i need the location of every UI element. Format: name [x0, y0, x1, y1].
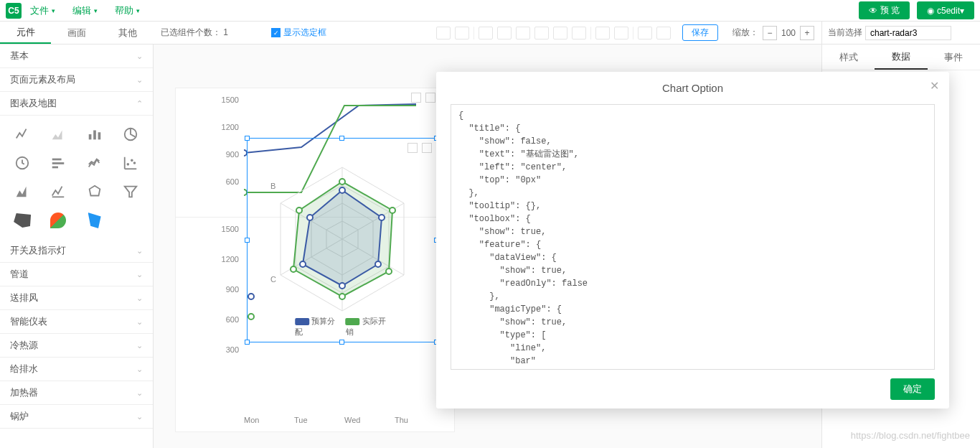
tab-scenes[interactable]: 画面	[51, 22, 102, 44]
resize-handle[interactable]	[339, 136, 344, 141]
eye-icon: 👁	[869, 6, 877, 16]
radar-legend: 预算分配 实际开销	[295, 316, 390, 337]
line-chart-icon[interactable]	[6, 121, 39, 147]
modal-title: Chart Option	[662, 82, 723, 94]
user-button[interactable]: ◉c5edit ▾	[917, 1, 974, 19]
align-center-icon[interactable]	[497, 27, 512, 39]
svg-rect-1	[93, 131, 96, 140]
sidebar-section-basic[interactable]: 基本⌄	[0, 45, 153, 68]
align-middle-icon[interactable]	[553, 27, 567, 39]
zoom-control: 缩放： − 100 +	[732, 26, 814, 40]
svg-rect-6	[52, 162, 65, 164]
resize-handle[interactable]	[245, 136, 250, 141]
tab-event[interactable]: 事件	[928, 45, 980, 70]
preview-button[interactable]: 👁预 览	[859, 1, 910, 19]
svg-point-38	[291, 266, 296, 272]
svg-point-39	[296, 207, 302, 213]
svg-point-30	[375, 261, 381, 267]
separator	[590, 27, 591, 39]
sidebar-section-pipe[interactable]: 管道⌄	[0, 263, 153, 286]
toolbar: 元件 画面 其他 已选组件个数： 1 ✓显示选定框 保存 缩放： −	[0, 22, 980, 45]
chevron-down-icon: ⌄	[136, 75, 143, 85]
selection-count: 已选组件个数： 1	[161, 27, 228, 39]
align-bottom-icon[interactable]	[572, 27, 586, 39]
chart-option-modal: Chart Option ✕ { "title": { "show": fals…	[436, 72, 949, 409]
sidebar-section-boiler[interactable]: 锅炉⌄	[0, 405, 153, 429]
sidebar-section-switch[interactable]: 开关及指示灯⌄	[0, 239, 153, 263]
separator	[633, 27, 633, 39]
pie-chart-icon[interactable]	[114, 121, 147, 147]
chevron-down-icon: ⌄	[136, 294, 143, 303]
radar-chart-widget[interactable]: B C 预算分配 实际开销	[247, 138, 437, 342]
tab-style[interactable]: 样式	[822, 45, 875, 70]
step-line-icon[interactable]	[42, 179, 75, 205]
zoom-value: 100	[781, 28, 796, 38]
ok-button[interactable]: 确定	[890, 378, 935, 400]
multiline-icon[interactable]	[78, 150, 111, 176]
ytick: 1500	[217, 95, 239, 104]
current-selection: 当前选择	[821, 22, 980, 44]
resize-handle[interactable]	[339, 340, 344, 345]
location-pin-icon[interactable]	[42, 207, 75, 233]
menu-edit[interactable]: 编辑▾	[72, 4, 98, 17]
area-chart-icon[interactable]	[42, 121, 75, 147]
svg-point-34	[339, 179, 345, 185]
tab-components[interactable]: 元件	[0, 22, 51, 44]
toolbar-icons: 保存 缩放： − 100 +	[436, 24, 814, 41]
zoom-out-button[interactable]: −	[763, 26, 777, 40]
group-icon[interactable]	[436, 27, 451, 39]
top-menu: C5 文件▾ 编辑▾ 帮助▾ 👁预 览 ◉c5edit ▾	[0, 0, 980, 22]
bar-chart-icon[interactable]	[78, 121, 111, 147]
tab-data[interactable]: 数据	[875, 45, 927, 70]
code-editor[interactable]: { "title": { "show": false, "text": "基础雷…	[451, 104, 935, 370]
ytick: 600	[217, 177, 239, 186]
resize-handle[interactable]	[245, 340, 250, 345]
ytick: 300	[217, 345, 239, 354]
save-button[interactable]: 保存	[682, 24, 718, 41]
xtick: Tue	[294, 416, 308, 424]
ungroup-icon[interactable]	[455, 27, 469, 39]
component-tabs: 元件 画面 其他	[0, 22, 154, 44]
chevron-down-icon: ▾	[960, 6, 964, 16]
property-tabs: 样式 数据 事件	[822, 45, 980, 70]
scatter-icon[interactable]	[114, 150, 147, 176]
china-map-icon[interactable]	[6, 207, 39, 233]
hbar-icon[interactable]	[42, 150, 75, 176]
svg-point-10	[133, 162, 135, 164]
chevron-down-icon: ⌄	[136, 365, 143, 374]
sidebar-section-hvac[interactable]: 冷热源⌄	[0, 334, 153, 358]
chevron-down-icon: ⌄	[136, 341, 143, 350]
sidebar-section-vent[interactable]: 送排风⌄	[0, 286, 153, 310]
align-right-icon[interactable]	[516, 27, 530, 39]
radar-svg	[249, 146, 435, 332]
back-icon[interactable]	[656, 27, 671, 39]
geo-icon[interactable]	[78, 207, 111, 233]
filled-area-icon[interactable]	[6, 179, 39, 205]
align-left-icon[interactable]	[479, 27, 493, 39]
gauge-icon[interactable]	[6, 150, 39, 176]
svg-point-28	[339, 187, 345, 193]
distribute-h-icon[interactable]	[595, 27, 610, 39]
radar-icon[interactable]	[78, 179, 111, 205]
align-top-icon[interactable]	[534, 27, 549, 39]
zoom-in-button[interactable]: +	[800, 26, 814, 40]
show-selection-box-checkbox[interactable]: ✓显示选定框	[271, 27, 326, 39]
ytick: 1200	[217, 123, 239, 131]
tab-other[interactable]: 其他	[103, 22, 154, 44]
svg-point-35	[390, 207, 395, 213]
front-icon[interactable]	[638, 27, 652, 39]
chevron-down-icon: ⌄	[136, 412, 143, 421]
sidebar-section-layout[interactable]: 页面元素及布局⌄	[0, 68, 153, 92]
selection-name-input[interactable]	[865, 26, 951, 40]
close-icon[interactable]: ✕	[930, 79, 939, 93]
sidebar-section-water[interactable]: 给排水⌄	[0, 358, 153, 381]
menu-help[interactable]: 帮助▾	[115, 4, 140, 17]
sidebar-section-heater[interactable]: 加热器⌄	[0, 381, 153, 405]
distribute-v-icon[interactable]	[614, 27, 628, 39]
menu-file[interactable]: 文件▾	[30, 4, 55, 17]
chevron-down-icon: ▾	[136, 7, 140, 14]
sidebar-section-meter[interactable]: 智能仪表⌄	[0, 310, 153, 334]
svg-point-33	[307, 215, 313, 220]
sidebar-section-charts[interactable]: 图表及地图⌃	[0, 92, 153, 116]
funnel-icon[interactable]	[114, 179, 147, 205]
